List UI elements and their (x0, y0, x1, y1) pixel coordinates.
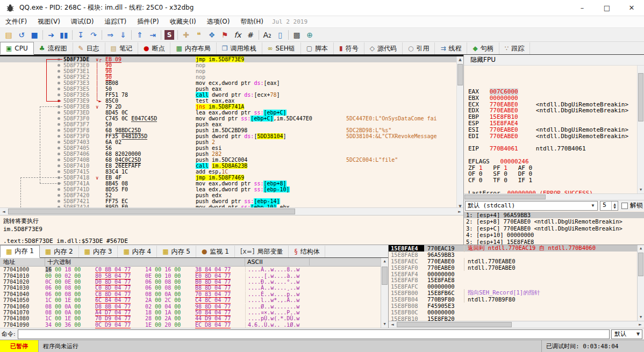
disasm-vertical-scrollbar[interactable]: ▲ ▼ (456, 56, 463, 207)
breakpoint-gutter[interactable] (0, 116, 63, 121)
disasm-row[interactable]: 5D8F7421FF75 ECpush dword ptr ss:[ebp-14… (0, 198, 463, 204)
breakpoint-gutter[interactable] (0, 181, 63, 186)
scrollbar-thumb[interactable] (638, 73, 643, 121)
breakpoint-dot[interactable] (58, 123, 60, 126)
breakpoint-gutter[interactable] (0, 145, 63, 151)
register-line[interactable]: EIP 770B4061 ntdll.770B4061 (468, 146, 644, 152)
internet-icon[interactable]: ⊕ (303, 29, 316, 41)
scroll-up-arrow[interactable]: ▲ (638, 245, 644, 252)
run-icon[interactable]: ➔ (45, 29, 58, 41)
call-argument-row[interactable]: 4: [esp+10] 00000000 (464, 232, 644, 238)
scrollbar-thumb[interactable] (638, 253, 643, 276)
breakpoint-gutter[interactable] (0, 151, 63, 157)
calling-convention-select[interactable]: 默认 (stdcall) ▼ (465, 201, 598, 211)
patches-icon[interactable]: ✚ (180, 29, 192, 41)
stack-pane[interactable]: 15E8FAE4770EAC19返回到 ntdll.770EAC19 自 ntd… (388, 245, 644, 328)
tab-句柄[interactable]: ◆句柄 (467, 42, 499, 54)
breakpoint-dot[interactable] (58, 64, 60, 67)
animate-into-icon[interactable]: ⇒ (104, 29, 117, 41)
breakpoint-gutter[interactable] (0, 56, 63, 62)
scroll-down-arrow[interactable]: ▼ (381, 321, 388, 328)
menu-帮助(H)[interactable]: 帮助(H) (235, 16, 268, 27)
breakpoint-gutter[interactable] (0, 139, 63, 145)
breakpoint-dot[interactable] (58, 159, 60, 161)
breakpoint-gutter[interactable] (0, 86, 63, 92)
tab-调用堆栈[interactable]: ❐调用堆栈 (217, 42, 262, 54)
stop-icon[interactable]: ■ (28, 29, 41, 41)
breakpoint-gutter[interactable] (0, 74, 63, 80)
step-over-icon[interactable]: ↷ (87, 29, 100, 41)
menu-视图(V)[interactable]: 视图(V) (32, 16, 66, 27)
tab-内存 5[interactable]: ▦内存 5 (157, 246, 196, 257)
tab-监视 1[interactable]: ●监视 1 (196, 246, 235, 257)
tab-符号[interactable]: ▮符号 (334, 42, 364, 54)
tab-笔记[interactable]: ▤笔记 (105, 42, 138, 54)
breakpoint-gutter[interactable] (0, 92, 63, 98)
disasm-row[interactable]: 5D8F73E1│90nop (0, 68, 463, 74)
stack-row[interactable]: 15E8FAEC770EABE0ntdll.770EABE0 (389, 258, 644, 264)
breakpoint-dot[interactable] (58, 153, 60, 155)
breakpoint-dot[interactable] (58, 141, 60, 143)
scrollbar-thumb[interactable] (457, 64, 463, 85)
breakpoint-dot[interactable] (58, 176, 60, 179)
scrollbar-thumb[interactable] (464, 195, 546, 199)
breakpoint-dot[interactable] (58, 188, 60, 191)
memory-dump-pane[interactable]: 地址 十六进制 ASCII 7704100016 00 18 00C0 8B 0… (0, 258, 388, 328)
scroll-right-arrow[interactable]: ► (456, 208, 463, 215)
scroll-up-arrow[interactable]: ▲ (457, 56, 463, 63)
breakpoint-gutter[interactable] (0, 192, 63, 198)
breakpoint-dot[interactable] (58, 147, 60, 149)
memory-dump-row[interactable]: 770410200C 00 0E 00D0 8D 04 7706 00 08 0… (0, 279, 388, 285)
stack-row[interactable]: 15E8FAF400000000 (389, 271, 644, 277)
breakpoint-gutter[interactable] (0, 133, 63, 139)
disassembly-pane[interactable]: 5D8F73DE∨┌EB 09jmp im.5D8F73E95D8F73E0│9… (0, 55, 463, 245)
breakpoint-gutter[interactable] (0, 163, 63, 169)
disasm-row[interactable]: 5D8F741583C4 1Cadd esp,1C (0, 169, 463, 175)
disasm-row[interactable]: 5D8F741A8B45 08mov eax,dword ptr ss:[ebp… (0, 181, 463, 186)
breakpoint-gutter[interactable] (0, 62, 63, 68)
menu-追踪(T)[interactable]: 追踪(T) (99, 16, 132, 27)
tab-线程[interactable]: ⇉线程 (435, 42, 467, 54)
disasm-row[interactable]: 5D8F73E6│FF51 78call dword ptr ds:[ecx+7… (0, 92, 463, 98)
breakpoint-gutter[interactable] (0, 198, 63, 204)
stack-row[interactable]: 15E8FAE896A59BB3 (389, 252, 644, 258)
breakpoint-gutter[interactable] (0, 68, 63, 74)
scroll-left-arrow[interactable]: ◄ (389, 321, 396, 328)
disasm-row[interactable]: 5D8F742052push edx (0, 192, 463, 198)
menu-收藏夹(I)[interactable]: 收藏夹(I) (164, 16, 202, 27)
call-arguments-list[interactable]: 1: [esp+4] 96A59BB32: [esp+8] 770EABE0 <… (464, 211, 644, 245)
breakpoint-gutter[interactable] (0, 169, 63, 175)
hide-fpu-button[interactable]: 隐藏FPU (470, 55, 496, 64)
scrollbar-thumb[interactable] (397, 322, 512, 327)
stack-row[interactable]: 15E8FB04770B9F80ntdll.770B9F80 (389, 296, 644, 303)
case-icon[interactable]: A₂ (261, 29, 274, 41)
register-line[interactable]: CF 0 TF 0 IF 1 (468, 177, 644, 184)
breakpoint-dot[interactable] (58, 76, 60, 78)
tab-内存 2[interactable]: ▦内存 2 (40, 246, 79, 257)
stack-row[interactable]: 15E8FAF815E8FAE8 (389, 277, 644, 283)
breakpoint-dot[interactable] (58, 170, 60, 173)
maximize-button[interactable]: □ (595, 0, 619, 16)
memory-dump-row[interactable]: 7704106008 00 0A 00D8 8B 04 7702 00 04 0… (0, 303, 388, 309)
restart-icon[interactable]: ↺ (15, 29, 28, 41)
tab-局部变量[interactable]: [x=]局部变量 (235, 246, 289, 257)
stack-row[interactable]: 15E8FB1015E8FB20 (389, 315, 644, 321)
stack-row[interactable]: 15E8FB0015E8FB6C指向SEH_Record[1]的指针 (389, 290, 644, 296)
breakpoint-dot[interactable] (58, 88, 60, 90)
tab-源代码[interactable]: ◇源代码 (364, 42, 403, 54)
breakpoint-gutter[interactable] (0, 110, 63, 116)
breakpoint-gutter[interactable] (0, 104, 63, 110)
stepper-arrows-icon[interactable]: ▲▼ (611, 202, 618, 210)
register-list[interactable]: EAX 007C6000EBX 00000000ECX 770EABE0 <nt… (464, 66, 644, 193)
disasm-row[interactable]: 5D8F7410E8 26EEFAFFcall im.5D8A623B (0, 163, 463, 169)
comments-icon[interactable]: ❝ (192, 29, 205, 41)
disasm-row[interactable]: 5D8F73E3│8B08mov ecx,dword ptr ds:[eax] (0, 80, 463, 86)
breakpoint-dot[interactable] (58, 94, 60, 96)
stack-horizontal-scrollbar[interactable]: ◄ ► (389, 321, 644, 328)
breakpoint-dot[interactable] (58, 164, 60, 167)
disasm-row[interactable]: 5D8F740B68 04C0C25Dpush im.5DC2C0045DC2C… (0, 157, 463, 163)
attach-icon[interactable]: ▯ (274, 29, 287, 41)
tab-脚本[interactable]: ▢脚本 (301, 42, 334, 54)
animate-over-icon[interactable]: ⇓ (117, 29, 130, 41)
disasm-row[interactable]: 5D8F740668 82020000push 282 (0, 151, 463, 157)
